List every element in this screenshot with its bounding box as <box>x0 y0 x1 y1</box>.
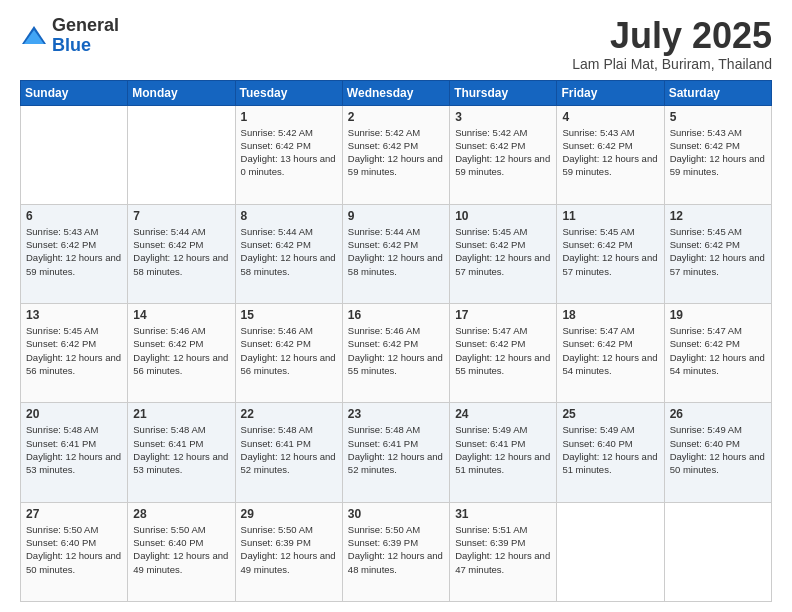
logo-general-text: General <box>52 15 119 35</box>
day-info: Sunrise: 5:42 AMSunset: 6:42 PMDaylight:… <box>348 126 444 179</box>
day-number: 20 <box>26 407 122 421</box>
logo-blue-text: Blue <box>52 35 91 55</box>
location: Lam Plai Mat, Buriram, Thailand <box>572 56 772 72</box>
calendar-cell: 26Sunrise: 5:49 AMSunset: 6:40 PMDayligh… <box>664 403 771 502</box>
calendar-cell: 11Sunrise: 5:45 AMSunset: 6:42 PMDayligh… <box>557 204 664 303</box>
day-header-thursday: Thursday <box>450 80 557 105</box>
page-header: General Blue July 2025 Lam Plai Mat, Bur… <box>20 16 772 72</box>
day-number: 30 <box>348 507 444 521</box>
calendar-cell: 29Sunrise: 5:50 AMSunset: 6:39 PMDayligh… <box>235 502 342 601</box>
day-info: Sunrise: 5:49 AMSunset: 6:40 PMDaylight:… <box>670 423 766 476</box>
day-number: 28 <box>133 507 229 521</box>
calendar-cell: 7Sunrise: 5:44 AMSunset: 6:42 PMDaylight… <box>128 204 235 303</box>
day-number: 2 <box>348 110 444 124</box>
calendar-cell: 21Sunrise: 5:48 AMSunset: 6:41 PMDayligh… <box>128 403 235 502</box>
day-info: Sunrise: 5:44 AMSunset: 6:42 PMDaylight:… <box>241 225 337 278</box>
day-header-sunday: Sunday <box>21 80 128 105</box>
day-number: 15 <box>241 308 337 322</box>
day-info: Sunrise: 5:48 AMSunset: 6:41 PMDaylight:… <box>26 423 122 476</box>
calendar-cell <box>664 502 771 601</box>
day-number: 1 <box>241 110 337 124</box>
day-info: Sunrise: 5:45 AMSunset: 6:42 PMDaylight:… <box>562 225 658 278</box>
calendar-cell: 10Sunrise: 5:45 AMSunset: 6:42 PMDayligh… <box>450 204 557 303</box>
day-number: 4 <box>562 110 658 124</box>
calendar-cell: 8Sunrise: 5:44 AMSunset: 6:42 PMDaylight… <box>235 204 342 303</box>
calendar-header-row: SundayMondayTuesdayWednesdayThursdayFrid… <box>21 80 772 105</box>
day-number: 13 <box>26 308 122 322</box>
day-header-friday: Friday <box>557 80 664 105</box>
calendar-cell: 19Sunrise: 5:47 AMSunset: 6:42 PMDayligh… <box>664 304 771 403</box>
calendar-cell <box>128 105 235 204</box>
day-number: 19 <box>670 308 766 322</box>
day-info: Sunrise: 5:47 AMSunset: 6:42 PMDaylight:… <box>455 324 551 377</box>
day-number: 5 <box>670 110 766 124</box>
day-header-wednesday: Wednesday <box>342 80 449 105</box>
day-info: Sunrise: 5:49 AMSunset: 6:40 PMDaylight:… <box>562 423 658 476</box>
calendar-table: SundayMondayTuesdayWednesdayThursdayFrid… <box>20 80 772 602</box>
day-info: Sunrise: 5:44 AMSunset: 6:42 PMDaylight:… <box>348 225 444 278</box>
day-info: Sunrise: 5:50 AMSunset: 6:39 PMDaylight:… <box>348 523 444 576</box>
day-info: Sunrise: 5:43 AMSunset: 6:42 PMDaylight:… <box>562 126 658 179</box>
day-number: 25 <box>562 407 658 421</box>
day-info: Sunrise: 5:48 AMSunset: 6:41 PMDaylight:… <box>348 423 444 476</box>
day-info: Sunrise: 5:47 AMSunset: 6:42 PMDaylight:… <box>670 324 766 377</box>
day-number: 27 <box>26 507 122 521</box>
logo: General Blue <box>20 16 119 56</box>
day-number: 11 <box>562 209 658 223</box>
day-number: 12 <box>670 209 766 223</box>
calendar-cell: 15Sunrise: 5:46 AMSunset: 6:42 PMDayligh… <box>235 304 342 403</box>
calendar-cell: 24Sunrise: 5:49 AMSunset: 6:41 PMDayligh… <box>450 403 557 502</box>
calendar-cell: 12Sunrise: 5:45 AMSunset: 6:42 PMDayligh… <box>664 204 771 303</box>
day-number: 29 <box>241 507 337 521</box>
calendar-cell: 6Sunrise: 5:43 AMSunset: 6:42 PMDaylight… <box>21 204 128 303</box>
day-info: Sunrise: 5:42 AMSunset: 6:42 PMDaylight:… <box>241 126 337 179</box>
day-number: 8 <box>241 209 337 223</box>
calendar-cell: 20Sunrise: 5:48 AMSunset: 6:41 PMDayligh… <box>21 403 128 502</box>
calendar-week-row: 20Sunrise: 5:48 AMSunset: 6:41 PMDayligh… <box>21 403 772 502</box>
calendar-cell: 13Sunrise: 5:45 AMSunset: 6:42 PMDayligh… <box>21 304 128 403</box>
day-number: 21 <box>133 407 229 421</box>
day-number: 24 <box>455 407 551 421</box>
calendar-week-row: 13Sunrise: 5:45 AMSunset: 6:42 PMDayligh… <box>21 304 772 403</box>
calendar-cell: 4Sunrise: 5:43 AMSunset: 6:42 PMDaylight… <box>557 105 664 204</box>
day-number: 3 <box>455 110 551 124</box>
calendar-cell: 30Sunrise: 5:50 AMSunset: 6:39 PMDayligh… <box>342 502 449 601</box>
day-info: Sunrise: 5:50 AMSunset: 6:39 PMDaylight:… <box>241 523 337 576</box>
calendar-cell: 23Sunrise: 5:48 AMSunset: 6:41 PMDayligh… <box>342 403 449 502</box>
day-info: Sunrise: 5:45 AMSunset: 6:42 PMDaylight:… <box>26 324 122 377</box>
day-header-monday: Monday <box>128 80 235 105</box>
day-number: 26 <box>670 407 766 421</box>
day-info: Sunrise: 5:50 AMSunset: 6:40 PMDaylight:… <box>26 523 122 576</box>
calendar-cell <box>21 105 128 204</box>
logo-icon <box>20 22 48 50</box>
day-number: 7 <box>133 209 229 223</box>
calendar-cell: 17Sunrise: 5:47 AMSunset: 6:42 PMDayligh… <box>450 304 557 403</box>
day-number: 31 <box>455 507 551 521</box>
day-info: Sunrise: 5:51 AMSunset: 6:39 PMDaylight:… <box>455 523 551 576</box>
day-number: 6 <box>26 209 122 223</box>
day-info: Sunrise: 5:43 AMSunset: 6:42 PMDaylight:… <box>26 225 122 278</box>
day-number: 18 <box>562 308 658 322</box>
day-header-tuesday: Tuesday <box>235 80 342 105</box>
day-info: Sunrise: 5:45 AMSunset: 6:42 PMDaylight:… <box>455 225 551 278</box>
calendar-cell: 16Sunrise: 5:46 AMSunset: 6:42 PMDayligh… <box>342 304 449 403</box>
calendar-cell: 18Sunrise: 5:47 AMSunset: 6:42 PMDayligh… <box>557 304 664 403</box>
calendar-cell: 25Sunrise: 5:49 AMSunset: 6:40 PMDayligh… <box>557 403 664 502</box>
calendar-cell: 27Sunrise: 5:50 AMSunset: 6:40 PMDayligh… <box>21 502 128 601</box>
day-number: 14 <box>133 308 229 322</box>
day-info: Sunrise: 5:43 AMSunset: 6:42 PMDaylight:… <box>670 126 766 179</box>
day-info: Sunrise: 5:48 AMSunset: 6:41 PMDaylight:… <box>241 423 337 476</box>
calendar-cell: 1Sunrise: 5:42 AMSunset: 6:42 PMDaylight… <box>235 105 342 204</box>
day-number: 22 <box>241 407 337 421</box>
day-info: Sunrise: 5:42 AMSunset: 6:42 PMDaylight:… <box>455 126 551 179</box>
day-number: 9 <box>348 209 444 223</box>
calendar-cell: 22Sunrise: 5:48 AMSunset: 6:41 PMDayligh… <box>235 403 342 502</box>
calendar-cell <box>557 502 664 601</box>
calendar-week-row: 27Sunrise: 5:50 AMSunset: 6:40 PMDayligh… <box>21 502 772 601</box>
month-title: July 2025 <box>572 16 772 56</box>
day-info: Sunrise: 5:50 AMSunset: 6:40 PMDaylight:… <box>133 523 229 576</box>
day-number: 17 <box>455 308 551 322</box>
day-info: Sunrise: 5:45 AMSunset: 6:42 PMDaylight:… <box>670 225 766 278</box>
day-number: 23 <box>348 407 444 421</box>
day-header-saturday: Saturday <box>664 80 771 105</box>
